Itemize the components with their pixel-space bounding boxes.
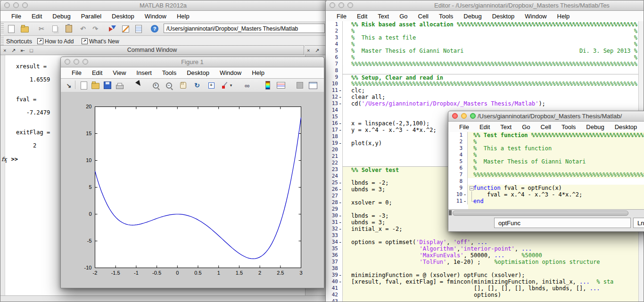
shortcut-how-to-add[interactable]: How to Add [45, 38, 74, 45]
function-editor-code-area[interactable]: 1%% Test function %%%%%%%%%%%%%%%%%%%%%%… [448, 132, 644, 209]
menu-insert[interactable]: Insert [131, 69, 157, 76]
menu-help[interactable]: Help [247, 69, 270, 76]
menu-window[interactable]: Window [215, 69, 247, 76]
menu-edit[interactable]: Edit [87, 69, 107, 76]
menu-desktop[interactable]: Desktop [182, 69, 215, 76]
current-function-indicator[interactable]: optFunc [494, 218, 631, 228]
paste-icon[interactable] [64, 24, 74, 33]
function-editor-titlebar[interactable]: /Users/gianninotari/Dropbox/_Masters The… [448, 111, 644, 122]
window-controls [452, 113, 476, 119]
menu-text[interactable]: Text [495, 123, 517, 131]
line-plot: -2-1.5-1-0.500.511.522.53-10-505101520 [61, 92, 324, 289]
new-figure-icon[interactable] [79, 81, 89, 90]
editor-titlebar[interactable]: Editor - /Users/gianninotari/Dropbox/_Ma… [326, 0, 644, 11]
print-figure-icon[interactable] [115, 81, 125, 90]
menu-tools[interactable]: Tools [434, 13, 458, 20]
menu-help[interactable]: Help [552, 13, 575, 20]
menu-tools[interactable]: Tools [556, 123, 581, 131]
cut-icon[interactable]: ✂ [36, 24, 47, 33]
pan-icon[interactable] [178, 81, 188, 90]
zoom-in-icon[interactable]: + [150, 81, 161, 90]
shortcut-whats-new[interactable]: What's New [89, 38, 119, 45]
code-line: 2% [448, 139, 644, 145]
command-window-header[interactable]: × ↗ ⇤ □ Command Window [0, 45, 304, 55]
link-plot-icon[interactable]: ∞ [242, 81, 252, 90]
menu-view[interactable]: View [107, 69, 131, 76]
insert-colorbar-icon[interactable] [263, 81, 273, 90]
code-line: 34-options = optimset('Display', 'off', … [326, 239, 644, 245]
undock-panel-icon[interactable]: ↗ [315, 48, 319, 53]
menu-file[interactable]: File [454, 123, 474, 131]
matlab-titlebar[interactable]: MATLAB R2012a [0, 0, 326, 11]
code-line: 33 [326, 232, 644, 239]
menu-cell[interactable]: Cell [413, 13, 434, 20]
help-browser-icon[interactable] [133, 24, 144, 33]
open-file-icon[interactable] [19, 24, 30, 33]
menu-edit[interactable]: Edit [26, 13, 47, 20]
shortcuts-grip[interactable] [1, 37, 4, 46]
show-plot-tools-icon[interactable] [308, 81, 318, 90]
menu-window[interactable]: Window [140, 13, 172, 20]
menu-tools[interactable]: Tools [157, 69, 182, 76]
menu-file[interactable]: File [331, 13, 352, 20]
close-window-icon[interactable] [330, 2, 335, 8]
menu-debug[interactable]: Debug [581, 123, 609, 131]
shortcut-icon[interactable]: ↗ [82, 38, 88, 44]
close-panel-icon[interactable]: × [307, 48, 310, 53]
svg-text:5: 5 [89, 184, 91, 190]
zoom-out-icon[interactable]: − [164, 81, 174, 90]
code-line: 2% % [326, 28, 644, 34]
code-line: 4% % [326, 41, 644, 48]
code-line: 39-minimizingFunction = @ (xsolver) optF… [326, 272, 644, 278]
hide-plot-tools-icon[interactable] [295, 81, 305, 90]
guide-icon[interactable] [120, 24, 131, 33]
function-editor-statusbar: optFunc Ln [448, 216, 644, 231]
minimize-window-icon[interactable] [339, 2, 344, 8]
menu-go[interactable]: Go [394, 13, 413, 20]
menu-text[interactable]: Text [372, 13, 394, 20]
menu-edit[interactable]: Edit [352, 13, 372, 20]
menu-desktop[interactable]: Desktop [487, 13, 520, 20]
menu-edit[interactable]: Edit [474, 123, 495, 131]
undo-icon[interactable]: ↶ [78, 24, 88, 33]
toolbar-grip[interactable] [1, 23, 4, 34]
menu-file[interactable]: File [6, 13, 26, 20]
edit-plot-icon[interactable] [134, 81, 145, 90]
redo-icon[interactable]: ↷ [90, 24, 100, 33]
open-file-icon[interactable] [90, 81, 100, 90]
menu-debug[interactable]: Debug [458, 13, 487, 20]
data-cursor-icon[interactable]: + [206, 81, 216, 90]
menu-go[interactable]: Go [517, 123, 535, 131]
scrollbar-thumb[interactable] [453, 211, 628, 216]
save-figure-icon[interactable] [102, 81, 113, 90]
zoom-window-icon[interactable] [470, 113, 476, 119]
menu-desktop[interactable]: Desktop [610, 123, 643, 131]
figure-canvas[interactable]: -2-1.5-1-0.500.511.522.53-10-505101520 [61, 92, 324, 288]
command-window-margin [0, 55, 5, 296]
minimize-window-icon[interactable] [461, 113, 467, 119]
menu-cell[interactable]: Cell [536, 123, 556, 131]
menu-help[interactable]: Help [172, 13, 195, 20]
simulink-icon[interactable] [107, 24, 117, 33]
copy-icon[interactable] [50, 24, 60, 33]
rotate-3d-icon[interactable]: ↻ [192, 81, 202, 90]
insert-legend-icon[interactable] [276, 81, 286, 90]
menu-desktop[interactable]: Desktop [107, 13, 140, 20]
shortcut-icon[interactable]: ↗ [37, 38, 43, 44]
code-line: 13-cd('/Users/gianninotari/Dropbox/_Mast… [326, 100, 644, 107]
figure-titlebar[interactable]: Figure 1 [61, 57, 324, 67]
menu-window[interactable]: Window [520, 13, 552, 20]
dock-figure-icon[interactable]: ↘ [64, 81, 74, 90]
svg-text:20: 20 [86, 104, 91, 109]
new-script-icon[interactable] [6, 24, 17, 33]
close-window-icon[interactable] [452, 113, 458, 119]
side-panel-header[interactable]: × ↗ [305, 45, 327, 55]
menu-window[interactable]: Window [642, 123, 644, 131]
help-icon[interactable]: ? [149, 24, 160, 33]
menu-file[interactable]: File [66, 69, 87, 76]
menu-parallel[interactable]: Parallel [76, 13, 107, 20]
current-folder-field[interactable]: /Users/gianninotari/Dropbox/_Masters The… [164, 24, 325, 33]
brush-dropdown-icon[interactable]: ▾ [229, 81, 233, 90]
menu-debug[interactable]: Debug [47, 13, 75, 20]
zoom-window-icon[interactable] [347, 2, 353, 8]
